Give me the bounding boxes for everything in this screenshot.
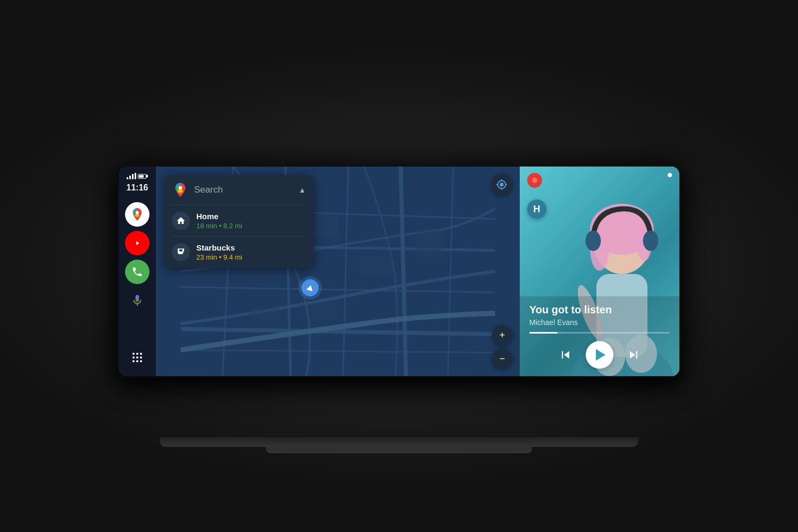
search-overlay: Search ▲ Home 18 min • 8.2 mi <box>164 175 313 268</box>
svg-point-10 <box>136 360 138 362</box>
destination-starbucks[interactable]: Starbucks 23 min • 9.4 mi <box>164 237 313 268</box>
grid-icon <box>131 351 144 364</box>
battery-fill <box>139 175 144 178</box>
signal-bar-4 <box>135 173 136 179</box>
svg-rect-28 <box>312 303 335 321</box>
screen-base <box>160 437 638 447</box>
sidebar-item-maps[interactable] <box>125 202 149 227</box>
starbucks-icon <box>172 243 190 261</box>
svg-rect-27 <box>249 308 280 321</box>
screen-content: 11:16 <box>119 167 679 376</box>
home-detail: 18 min • 8.2 mi <box>196 222 306 230</box>
home-icon <box>172 212 190 230</box>
svg-point-39 <box>643 230 659 251</box>
location-marker <box>302 279 319 296</box>
signal-strength <box>127 173 136 179</box>
car-screen: 11:16 <box>117 165 681 378</box>
svg-point-29 <box>179 186 182 190</box>
zoom-in-button[interactable]: + <box>492 325 512 345</box>
svg-point-3 <box>132 353 135 355</box>
svg-point-38 <box>586 230 601 251</box>
svg-point-9 <box>132 360 135 362</box>
music-panel: H You got to listen Michael Evans <box>520 167 679 376</box>
svg-point-6 <box>132 356 135 359</box>
next-track-button[interactable] <box>626 347 641 362</box>
battery-icon <box>138 174 146 179</box>
signal-bar-3 <box>132 174 134 179</box>
prev-track-button[interactable] <box>558 347 573 362</box>
svg-point-11 <box>140 360 142 362</box>
home-svg-icon <box>176 216 186 226</box>
app-sidebar: 11:16 <box>119 167 156 376</box>
svg-point-4 <box>136 353 138 355</box>
search-bar[interactable]: Search ▲ <box>164 175 313 205</box>
assistant-icon <box>130 294 144 307</box>
starbucks-info: Starbucks 23 min • 9.4 mi <box>196 243 306 261</box>
record-indicator <box>527 173 542 188</box>
music-controls <box>529 341 670 369</box>
clock-display: 11:16 <box>127 182 148 193</box>
progress-fill <box>529 332 558 334</box>
signal-bar-1 <box>127 177 128 179</box>
avatar: H <box>527 200 546 219</box>
music-info: You got to listen Michael Evans <box>520 296 679 376</box>
search-label: Search <box>194 185 293 195</box>
search-maps-icon <box>172 181 189 198</box>
youtube-icon <box>131 237 143 249</box>
starbucks-name: Starbucks <box>196 243 306 252</box>
map-controls: + − <box>492 325 512 369</box>
play-icon <box>596 349 605 361</box>
svg-rect-25 <box>359 255 393 273</box>
map-area[interactable]: Search ▲ Home 18 min • 8.2 mi <box>156 167 520 376</box>
avatar-area: H <box>520 194 679 224</box>
home-name: Home <box>196 212 306 221</box>
location-target-icon <box>496 179 508 190</box>
svg-point-0 <box>136 211 139 214</box>
starbucks-svg-icon <box>176 247 186 257</box>
svg-point-8 <box>140 356 142 359</box>
search-chevron-icon: ▲ <box>298 186 306 194</box>
play-button[interactable] <box>586 341 613 369</box>
sidebar-item-all-apps[interactable] <box>125 345 149 370</box>
svg-point-7 <box>136 356 138 359</box>
location-button[interactable] <box>491 174 512 195</box>
music-panel-top <box>520 167 679 194</box>
maps-icon <box>130 207 145 222</box>
sidebar-item-youtube[interactable] <box>125 231 149 255</box>
music-title: You got to listen <box>529 304 670 316</box>
destination-home[interactable]: Home 18 min • 8.2 mi <box>164 205 313 236</box>
progress-bar <box>529 332 670 334</box>
panel-dot <box>668 173 672 177</box>
status-icons <box>127 173 148 179</box>
signal-bar-2 <box>129 176 131 179</box>
sidebar-item-assistant[interactable] <box>125 288 149 313</box>
svg-point-5 <box>140 353 142 355</box>
starbucks-detail: 23 min • 9.4 mi <box>196 253 306 261</box>
svg-rect-26 <box>417 229 443 255</box>
prev-icon <box>558 347 573 362</box>
home-info: Home 18 min • 8.2 mi <box>196 212 306 230</box>
music-artist: Michael Evans <box>529 318 670 327</box>
phone-icon <box>131 266 143 278</box>
next-icon <box>626 347 641 362</box>
zoom-out-button[interactable]: − <box>492 348 512 369</box>
record-dot <box>532 178 537 183</box>
sidebar-item-phone[interactable] <box>125 260 149 284</box>
